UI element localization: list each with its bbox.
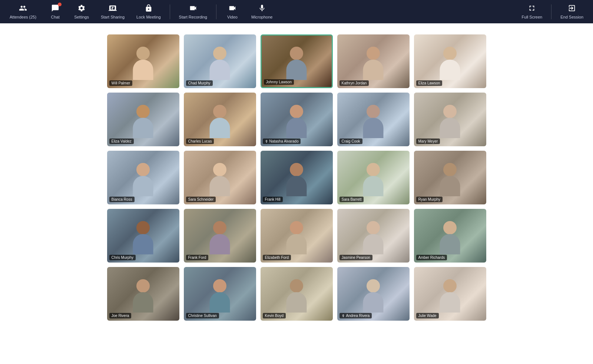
participant-name: Kevin Boyd [263,313,286,318]
participant-name: Julie Wade [416,313,439,318]
attendees-icon [19,4,27,13]
participant-name: 🎙Andrea Rivera [339,313,372,318]
record-icon [189,4,197,13]
share-icon [109,4,117,13]
video-tile[interactable]: Bianca Ross [107,151,179,204]
video-tile[interactable]: Johnny Lawson [261,34,333,88]
attendees-label: Attendees (25) [10,15,36,19]
video-tile[interactable]: Charles Lucas [184,93,256,146]
lock-meeting-button[interactable]: Lock Meeting [130,2,166,21]
toolbar-separator-3 [551,4,551,19]
video-tile[interactable]: Eliza Lawson [414,34,486,88]
chat-button[interactable]: Chat [42,2,68,21]
main-content: Will PalmerChad MurphyJohnny LawsonKathr… [0,23,593,364]
participant-name: Sara Barrett [339,197,364,202]
full-screen-button[interactable]: Full Screen [516,2,549,21]
video-tile[interactable]: Sara Barrett [337,151,410,204]
video-tile[interactable]: Jasmine Pearson [337,209,410,263]
start-recording-label: Start Recording [179,15,207,19]
video-tile[interactable]: Chris Murphy [107,209,179,263]
participant-name: 🎙Natasha Alvarado [263,138,301,144]
participant-name: Frank Ford [186,255,209,260]
video-tile[interactable]: 🎙Natasha Alvarado [261,93,333,146]
video-button[interactable]: Video [219,2,245,21]
chat-badge [58,3,62,6]
participant-name: Amber Richards [416,255,447,260]
video-tile[interactable]: Eliza Valdez [107,93,179,146]
end-session-label: End Session [560,15,583,19]
participant-name: Johnny Lawson [264,79,294,85]
participant-name: Chad Murphy [186,80,213,86]
toolbar-separator-2 [216,4,216,19]
settings-icon [77,4,86,13]
end-session-icon [568,4,576,13]
video-tile[interactable]: Will Palmer [107,34,179,88]
video-tile[interactable]: Chad Murphy [184,34,256,88]
participant-name: Sara Schneider [186,197,216,202]
start-recording-button[interactable]: Start Recording [173,2,213,21]
video-tile[interactable]: Elizabeth Ford [261,209,333,263]
video-tile[interactable]: Sara Schneider [184,151,256,204]
start-sharing-label: Start Sharing [101,15,125,19]
participant-name: Kathryn Jordan [339,80,369,86]
participant-name: Ryan Murphy [416,197,443,202]
video-tile[interactable]: Mary Meyer [414,93,486,146]
fullscreen-icon [528,4,536,13]
video-tile[interactable]: Joe Rivera [107,267,179,321]
video-tile[interactable]: 🎙Andrea Rivera [337,267,410,321]
participant-name: Eliza Valdez [109,138,134,144]
lock-icon [145,4,153,13]
participant-name: Chris Murphy [109,255,136,260]
participant-name: Frank Hill [263,197,283,202]
toolbar-separator-1 [170,4,170,19]
full-screen-label: Full Screen [522,15,543,19]
video-tile[interactable]: Julie Wade [414,267,486,321]
settings-label: Settings [74,15,89,19]
microphone-icon [258,4,266,13]
video-tile[interactable]: Ryan Murphy [414,151,486,204]
video-icon [228,4,236,13]
video-tile[interactable]: Kathryn Jordan [337,34,410,88]
participant-name: Mary Meyer [416,138,440,144]
video-tile[interactable]: Craig Cook [337,93,410,146]
participant-name: Charles Lucas [186,138,214,144]
participant-name: Bianca Ross [109,197,135,202]
lock-meeting-label: Lock Meeting [136,15,160,19]
chat-icon [51,4,59,13]
participant-name: Joe Rivera [109,313,132,318]
start-sharing-button[interactable]: Start Sharing [95,2,130,21]
participant-name: Eliza Lawson [416,80,443,86]
participant-name: Craig Cook [339,138,362,144]
video-tile[interactable]: Frank Hill [261,151,333,204]
video-tile[interactable]: Kevin Boyd [261,267,333,321]
participant-name: Will Palmer [109,80,133,86]
microphone-label: Microphone [251,15,272,19]
video-tile[interactable]: Frank Ford [184,209,256,263]
participant-name: Elizabeth Ford [263,255,291,260]
microphone-button[interactable]: Microphone [245,2,278,21]
video-label: Video [227,15,238,19]
video-grid: Will PalmerChad MurphyJohnny LawsonKathr… [107,34,486,321]
end-session-button[interactable]: End Session [554,2,589,21]
toolbar-left-group: Attendees (25) Chat Settings Start Shari… [4,2,278,21]
chat-label: Chat [51,15,60,19]
settings-button[interactable]: Settings [68,2,95,21]
video-tile[interactable]: Christine Sullivan [184,267,256,321]
attendees-button[interactable]: Attendees (25) [4,2,42,21]
participant-name: Jasmine Pearson [339,255,372,260]
toolbar-right-group: Full Screen End Session [516,2,589,21]
video-tile[interactable]: Amber Richards [414,209,486,263]
toolbar: Attendees (25) Chat Settings Start Shari… [0,0,593,23]
participant-name: Christine Sullivan [186,313,219,318]
